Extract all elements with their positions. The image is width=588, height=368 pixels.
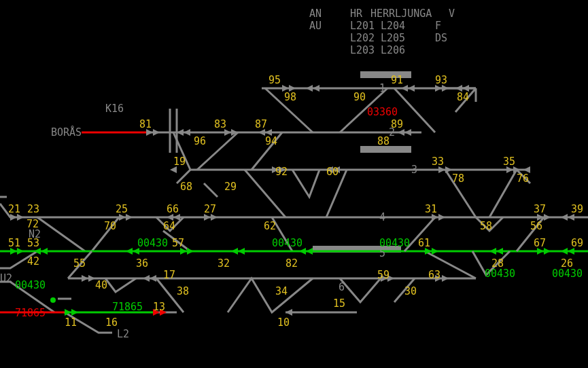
sig-16: 16 — [105, 316, 118, 329]
sig-76: 76 — [517, 172, 529, 185]
sig-37: 37 — [534, 203, 546, 215]
hdr-l204: L204 — [381, 20, 405, 32]
sig-39: 39 — [571, 203, 583, 215]
hdr-au: AU — [309, 20, 322, 32]
sig-23: 23 — [27, 203, 39, 215]
sig-32: 32 — [218, 257, 230, 270]
sig-81: 81 — [139, 118, 152, 130]
trk-n3: 3 — [411, 164, 417, 176]
sig-67: 67 — [534, 237, 546, 249]
sig-57: 57 — [172, 237, 184, 249]
sw-15 — [340, 278, 415, 302]
sig-92: 92 — [275, 166, 288, 178]
trk-n1: 1 — [379, 82, 385, 94]
sig-95: 95 — [269, 74, 281, 86]
sig-51: 51 — [8, 237, 20, 249]
hdr-l203: L203 — [350, 44, 375, 56]
sig-93: 93 — [435, 74, 447, 86]
track-diagram: AN AU HR L201 L202 L203 HERRLJUNGA L204 … — [0, 0, 588, 368]
hdr-an: AN — [309, 7, 322, 20]
sig-40: 40 — [95, 279, 107, 291]
sig-66: 66 — [167, 203, 179, 215]
sig-19: 19 — [173, 155, 186, 168]
train-71865-2: 71865 — [112, 301, 143, 313]
sig-98: 98 — [284, 91, 296, 103]
sig-34: 34 — [275, 285, 288, 297]
trk-n6: 6 — [339, 281, 345, 293]
sig-63: 63 — [428, 269, 440, 281]
track-4 — [0, 204, 588, 217]
hdr-station: HERRLJUNGA — [370, 7, 432, 20]
sig-27: 27 — [204, 203, 216, 215]
l2-lbl: L2 — [117, 328, 129, 340]
train-00430-1: 00430 — [137, 237, 168, 249]
sig-82: 82 — [286, 257, 298, 270]
trk-n4: 4 — [379, 211, 385, 223]
boras-lbl: BORÅS — [51, 126, 82, 139]
sig-38: 38 — [177, 285, 189, 297]
sig-96: 96 — [194, 135, 206, 147]
sig-59: 59 — [377, 269, 390, 281]
hdr-ds: DS — [435, 32, 447, 44]
train-00430-5: 00430 — [485, 268, 515, 280]
sig-29: 29 — [224, 181, 237, 193]
sig-78: 78 — [452, 172, 464, 185]
sig-69: 69 — [571, 237, 583, 249]
train-71865-1: 71865 — [15, 307, 46, 319]
sig-36: 36 — [136, 257, 148, 270]
train-03360: 03360 — [367, 106, 398, 118]
sig-35: 35 — [503, 155, 515, 168]
sig-56: 56 — [530, 220, 542, 232]
sig-13: 13 — [153, 301, 165, 313]
hdr-l202: L202 — [350, 32, 375, 44]
sig-17: 17 — [163, 269, 175, 281]
sig-61: 61 — [418, 237, 430, 249]
sig-87: 87 — [255, 118, 267, 130]
sig-70: 70 — [104, 220, 116, 232]
train-00430-4: 00430 — [15, 279, 46, 291]
u2-lbl: U2 — [0, 272, 12, 284]
sig-11: 11 — [65, 316, 77, 329]
sig-91: 91 — [391, 74, 403, 86]
sig-64: 64 — [163, 220, 175, 232]
k16-lbl: K16 — [105, 103, 124, 115]
hdr-l201: L201 — [350, 20, 375, 32]
sig-25: 25 — [116, 203, 128, 215]
hdr-v: V — [449, 7, 455, 20]
sig-68: 68 — [180, 181, 192, 193]
train-00430-2: 00430 — [272, 237, 302, 249]
sig-55: 55 — [73, 257, 86, 270]
sig-60: 60 — [326, 166, 339, 178]
crossing-k16 — [170, 109, 177, 153]
sig-10: 10 — [277, 316, 290, 329]
sig-58: 58 — [480, 220, 492, 232]
hdr-f: F — [435, 20, 441, 32]
sig-90: 90 — [353, 91, 366, 103]
hdr-l205: L205 — [381, 32, 405, 44]
sig-62: 62 — [264, 220, 276, 232]
train-00430-3: 00430 — [379, 237, 410, 249]
n2-lbl: N2 — [29, 228, 41, 240]
dot-indicator — [50, 297, 56, 303]
train-00430-6: 00430 — [552, 268, 583, 280]
platform-1 — [360, 71, 411, 78]
sig-94: 94 — [265, 135, 277, 147]
sig-33: 33 — [432, 155, 444, 168]
sig-83: 83 — [214, 118, 226, 130]
sig-15: 15 — [333, 297, 345, 310]
sig-88: 88 — [377, 135, 390, 147]
sig-42: 42 — [27, 255, 39, 268]
hdr-hr: HR — [350, 7, 363, 20]
trk-n2: 2 — [389, 126, 395, 139]
hdr-l206: L206 — [381, 44, 405, 56]
sig-30: 30 — [404, 285, 417, 297]
sig-21: 21 — [8, 203, 20, 215]
sig-31: 31 — [425, 203, 437, 215]
sig-84: 84 — [457, 91, 469, 103]
